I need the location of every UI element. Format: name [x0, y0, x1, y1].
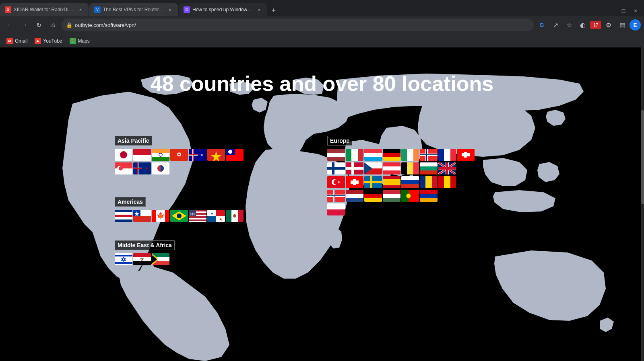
svg-rect-35	[115, 215, 132, 217]
theme-icon[interactable]: ◐	[576, 18, 589, 31]
svg-rect-64	[226, 210, 231, 222]
svg-rect-53	[189, 218, 206, 219]
svg-rect-4	[152, 149, 169, 153]
svg-rect-73	[133, 253, 151, 257]
svg-rect-106	[450, 149, 456, 161]
flag-switzerland	[457, 149, 475, 161]
svg-rect-150	[401, 176, 419, 180]
gmail-label: Gmail	[15, 38, 27, 44]
bookmark-gmail[interactable]: M Gmail	[3, 36, 31, 46]
reload-button[interactable]: ↻	[32, 18, 45, 31]
svg-rect-66	[238, 210, 244, 222]
flag-netherlands	[346, 190, 363, 202]
scrollbar[interactable]	[641, 47, 644, 361]
tab-3[interactable]: O How to speed up Windows com... ×	[179, 3, 267, 16]
svg-rect-169	[383, 190, 400, 194]
bookmarks-bar: M Gmail ▶ YouTube 📍 Maps	[0, 34, 644, 47]
svg-rect-3	[133, 155, 151, 161]
flag-spain	[383, 176, 400, 188]
svg-point-20	[228, 150, 232, 154]
svg-rect-85	[327, 153, 345, 157]
flag-sweden	[364, 176, 382, 188]
profile-button[interactable]: E	[630, 19, 641, 31]
new-tab-button[interactable]: +	[268, 5, 279, 16]
svg-point-1	[120, 151, 127, 158]
google-icon[interactable]: G	[535, 18, 548, 31]
flag-south-africa	[152, 253, 169, 265]
europe-flags-row5	[327, 203, 345, 215]
tab-1-favicon: X	[5, 6, 11, 13]
svg-text:✿: ✿	[177, 151, 182, 158]
flag-luxembourg	[364, 149, 382, 161]
svg-rect-125	[420, 162, 438, 166]
flag-belgium	[401, 162, 419, 174]
flag-vietnam	[207, 149, 225, 161]
mea-flags-row1: 🦅	[115, 253, 169, 265]
flag-japan	[115, 149, 132, 161]
svg-text:★★★: ★★★	[190, 213, 195, 216]
tab-1-close[interactable]: ×	[77, 6, 84, 13]
flag-poland	[327, 203, 345, 215]
bookmark-icon[interactable]: ☆	[563, 18, 576, 31]
tab-2[interactable]: V The Best VPNs for Routers in 202... ×	[89, 3, 178, 16]
flag-hungary	[383, 190, 400, 202]
flag-israel	[115, 253, 132, 265]
tab-3-close[interactable]: ×	[256, 6, 262, 13]
svg-rect-127	[420, 170, 438, 174]
svg-rect-37	[115, 219, 132, 222]
svg-rect-33	[115, 210, 132, 212]
main-content: 48 countries and over 80 locations Asia …	[0, 47, 644, 361]
bookmark-youtube[interactable]: ▶ YouTube	[31, 36, 65, 46]
svg-rect-69	[115, 255, 132, 256]
lock-icon: 🔒	[66, 22, 72, 28]
maximize-button[interactable]: □	[618, 6, 629, 16]
svg-rect-163	[346, 190, 363, 194]
home-button[interactable]: ⌂	[47, 18, 60, 31]
svg-rect-123	[407, 162, 413, 174]
tab-2-close[interactable]: ×	[167, 6, 173, 13]
svg-rect-165	[346, 198, 363, 202]
svg-rect-155	[432, 176, 438, 188]
scrollbar-thumb[interactable]	[641, 110, 644, 204]
flag-canada: 🍁	[152, 210, 169, 222]
forward-button[interactable]: →	[18, 18, 31, 31]
flag-taiwan	[226, 149, 244, 161]
flag-egypt: 🦅	[133, 253, 151, 265]
close-button[interactable]: ×	[630, 6, 641, 16]
page-heading: 48 countries and over 80 locations	[151, 72, 494, 96]
flag-latvia	[327, 149, 345, 161]
svg-rect-43	[152, 210, 156, 222]
bookmark-maps[interactable]: 📍 Maps	[66, 36, 93, 46]
toolbar-icons: G ↗ ☆ ◐ 17 ⚙ ▤ E	[535, 18, 641, 31]
flag-australia: ★	[189, 149, 206, 161]
americas-label: Americas	[115, 197, 146, 207]
svg-rect-86	[327, 157, 345, 161]
flag-france	[438, 149, 456, 161]
menu-icon[interactable]: ▤	[616, 18, 629, 31]
flag-new-zealand: ★	[133, 162, 151, 174]
url-text: outbyte.com/software/vpn/	[75, 22, 529, 28]
svg-rect-91	[364, 153, 382, 157]
svg-rect-90	[364, 149, 382, 153]
flag-singapore	[115, 162, 132, 174]
back-button[interactable]: ←	[3, 18, 16, 31]
tab-1-label: XIDAR Wallet for RadixDLT - Chr...	[14, 7, 75, 12]
extensions-icon[interactable]: ⚙	[602, 18, 615, 31]
svg-rect-97	[407, 149, 413, 161]
svg-rect-152	[401, 184, 419, 188]
extension-badge[interactable]: 17	[590, 21, 601, 29]
svg-rect-167	[364, 194, 382, 198]
europe-flags-row4	[327, 190, 438, 202]
url-bar[interactable]: 🔒 outbyte.com/software/vpn/	[61, 18, 534, 31]
svg-rect-151	[401, 180, 419, 184]
flag-armenia	[420, 190, 438, 202]
svg-rect-112	[327, 167, 345, 170]
svg-rect-136	[438, 167, 456, 170]
tab-3-label: How to speed up Windows com...	[192, 7, 254, 12]
share-icon[interactable]: ↗	[549, 18, 562, 31]
svg-rect-175	[420, 190, 438, 194]
svg-rect-75	[133, 261, 151, 265]
tab-1[interactable]: X XIDAR Wallet for RadixDLT - Chr... ×	[0, 3, 89, 16]
minimize-button[interactable]: −	[606, 6, 617, 16]
svg-text:★: ★	[219, 217, 223, 222]
